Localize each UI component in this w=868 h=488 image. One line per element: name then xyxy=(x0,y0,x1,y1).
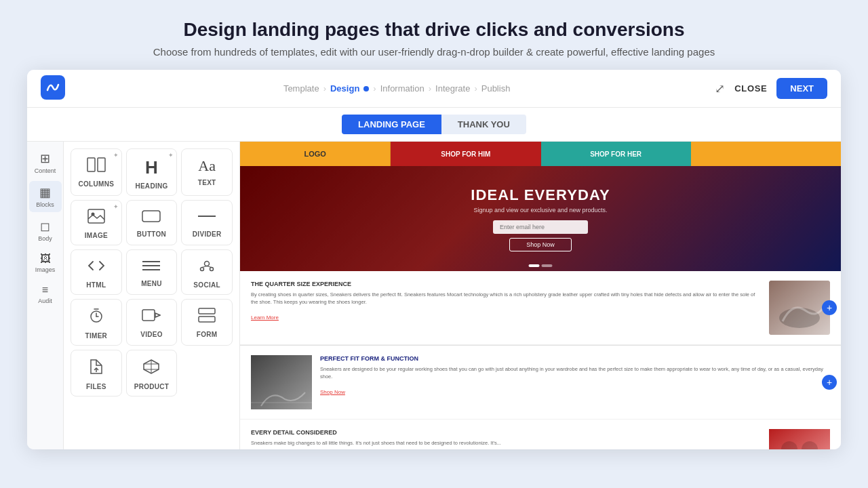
block-form[interactable]: FORM xyxy=(181,299,233,346)
block-image[interactable]: ✦ IMAGE xyxy=(71,200,122,245)
svg-line-13 xyxy=(202,266,207,268)
block-video[interactable]: VIDEO xyxy=(126,299,178,346)
corner-icon-heading: ✦ xyxy=(168,152,174,159)
section2-add-icon[interactable]: + xyxy=(822,375,837,390)
block-label-button: BUTTON xyxy=(137,230,166,238)
block-text[interactable]: Aa TEXT xyxy=(181,148,233,196)
svg-point-10 xyxy=(205,262,210,266)
page-header: Design landing pages that drive clicks a… xyxy=(0,0,868,70)
section2-text: PERFECT FIT FORM & FUNCTION Sneakers are… xyxy=(320,355,830,396)
hero-cta-button[interactable]: Shop Now xyxy=(509,238,572,251)
section1-text: THE QUARTER SIZE EXPERIENCE By creating … xyxy=(251,281,761,322)
block-label-divider: DIVIDER xyxy=(193,230,222,238)
sidebar-label-audit: Audit xyxy=(38,298,52,304)
block-label-video: VIDEO xyxy=(140,331,163,338)
scroll-dots xyxy=(529,264,553,267)
section1-add-icon[interactable]: + xyxy=(822,300,837,315)
sidebar-item-blocks[interactable]: ▦ Blocks xyxy=(29,181,62,212)
logo xyxy=(41,75,79,102)
page-headline: Design landing pages that drive clicks a… xyxy=(14,19,854,41)
sidebar-label-content: Content xyxy=(35,167,56,174)
expand-icon[interactable]: ⤢ xyxy=(715,81,725,96)
image-icon xyxy=(87,209,105,228)
block-html[interactable]: HTML xyxy=(71,249,122,295)
section2-link[interactable]: Shop Now xyxy=(320,389,345,395)
block-columns[interactable]: ✦ COLUMNS xyxy=(71,148,122,196)
block-label-heading: HEADING xyxy=(135,182,167,190)
hero-title: IDEAL EVERYDAY xyxy=(471,186,610,204)
hero-email-input[interactable] xyxy=(493,220,588,234)
block-product[interactable]: PRODUCT xyxy=(126,350,178,396)
sidebar-label-images: Images xyxy=(35,266,56,273)
tab-thank-you[interactable]: THANK YOU xyxy=(441,115,526,134)
next-button[interactable]: NEXT xyxy=(776,78,827,99)
sidebar-label-blocks: Blocks xyxy=(36,201,54,208)
svg-point-11 xyxy=(201,268,204,271)
lp-nav-him: SHOP FOR HIM xyxy=(391,142,540,166)
lp-nav-logo: LOGO xyxy=(240,142,391,166)
block-files[interactable]: FILES xyxy=(71,350,122,396)
block-timer[interactable]: TIMER xyxy=(71,299,122,346)
video-icon xyxy=(142,308,161,327)
lp-navbar: LOGO SHOP FOR HIM SHOP FOR HER xyxy=(240,142,841,166)
nav-step-publish[interactable]: Publish xyxy=(481,83,511,94)
sidebar-item-audit[interactable]: ≡ Audit xyxy=(29,280,62,308)
content-icon: ⊞ xyxy=(40,151,50,166)
block-label-menu: MENU xyxy=(141,280,162,287)
sidebar-item-images[interactable]: 🖼 Images xyxy=(29,249,62,277)
svg-rect-21 xyxy=(199,308,215,314)
section1-link[interactable]: Learn More xyxy=(251,314,279,321)
blocks-icon: ▦ xyxy=(39,185,51,200)
nav-step-information[interactable]: Information xyxy=(380,83,425,94)
block-label-html: HTML xyxy=(86,281,106,289)
builder-nav: Template › Design › Information › Integr… xyxy=(27,70,841,108)
hero-content: IDEAL EVERYDAY Signup and view our exclu… xyxy=(471,186,610,251)
sidebar-icons: ⊞ Content ▦ Blocks ◻ Body 🖼 Images ≡ Aud… xyxy=(27,142,64,449)
section1-image xyxy=(769,281,830,335)
tab-bar: LANDING PAGE THANK YOU xyxy=(27,108,841,142)
step-arrow-4: › xyxy=(474,83,477,94)
blocks-panel: ✦ COLUMNS ✦ H HEADING Aa TEXT xyxy=(64,142,240,449)
builder-wrapper: Template › Design › Information › Integr… xyxy=(27,70,841,449)
block-menu[interactable]: MENU xyxy=(126,249,178,295)
nav-step-template[interactable]: Template xyxy=(283,83,319,94)
hero-subtitle: Signup and view our exclusive and new pr… xyxy=(471,207,610,214)
block-divider[interactable]: DIVIDER xyxy=(181,200,233,245)
button-icon xyxy=(142,209,161,226)
text-icon: Aa xyxy=(198,157,216,175)
svg-rect-30 xyxy=(251,355,312,409)
block-button[interactable]: BUTTON xyxy=(126,200,178,245)
columns-icon xyxy=(87,157,106,176)
form-icon xyxy=(198,308,216,327)
lp-section-3: EVERY DETAIL CONSIDERED Sneakers make bi… xyxy=(240,420,841,449)
step-arrow-2: › xyxy=(373,83,376,94)
corner-icon: ✦ xyxy=(113,152,119,159)
active-dot xyxy=(363,86,369,92)
nav-step-integrate[interactable]: Integrate xyxy=(435,83,470,94)
sidebar-item-content[interactable]: ⊞ Content xyxy=(29,147,62,178)
step-arrow-3: › xyxy=(429,83,431,94)
scroll-dot-2 xyxy=(542,264,553,267)
nav-right: ⤢ CLOSE NEXT xyxy=(715,78,827,99)
tab-landing-page[interactable]: LANDING PAGE xyxy=(342,115,441,134)
close-button[interactable]: CLOSE xyxy=(734,83,767,94)
svg-rect-2 xyxy=(98,158,105,171)
sidebar-item-body[interactable]: ◻ Body xyxy=(29,215,62,246)
section3-title: EVERY DETAIL CONSIDERED xyxy=(251,429,761,436)
section3-text: EVERY DETAIL CONSIDERED Sneakers make bi… xyxy=(251,429,761,447)
block-label-form: FORM xyxy=(197,331,218,338)
page-subheadline: Choose from hundreds of templates, edit … xyxy=(14,46,854,58)
block-label-columns: COLUMNS xyxy=(79,180,115,188)
section3-image xyxy=(769,429,830,449)
lp-section-1: THE QUARTER SIZE EXPERIENCE By creating … xyxy=(240,271,841,345)
svg-marker-20 xyxy=(155,313,160,317)
social-icon xyxy=(197,258,216,277)
scroll-dot-1 xyxy=(529,264,540,267)
section2-title: PERFECT FIT FORM & FUNCTION xyxy=(320,355,830,362)
svg-rect-32 xyxy=(769,429,830,449)
block-heading[interactable]: ✦ H HEADING xyxy=(126,148,178,196)
nav-step-design[interactable]: Design xyxy=(330,83,369,94)
block-social[interactable]: SOCIAL xyxy=(181,249,233,295)
block-label-social: SOCIAL xyxy=(193,281,220,289)
corner-icon-image: ✦ xyxy=(113,203,119,210)
